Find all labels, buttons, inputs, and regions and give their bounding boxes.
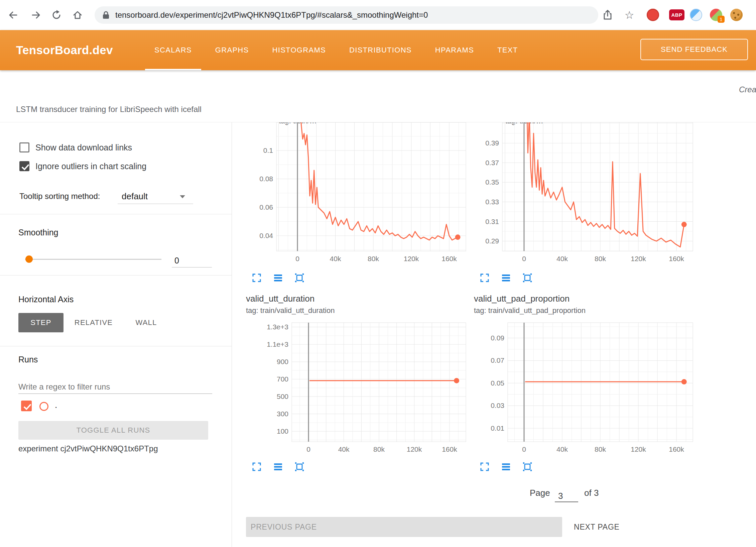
data-table-icon[interactable] [272,272,284,284]
expand-chart-icon[interactable] [479,461,490,472]
svg-text:80k: 80k [595,255,606,262]
svg-text:40k: 40k [556,255,568,262]
svg-text:0.29: 0.29 [485,237,499,245]
abp-extension-icon[interactable]: ABP [669,9,684,20]
chart-title: valid_utt_duration [246,294,314,304]
back-icon [7,9,19,21]
chart-bottom-right-plot[interactable]: 0.010.030.050.070.09040k80k120k160k [474,319,701,456]
home-button[interactable] [68,6,87,24]
svg-text:120k: 120k [407,445,422,453]
bookmark-star-button[interactable]: ☆ [620,6,639,24]
fit-domain-icon[interactable] [522,461,533,472]
data-table-icon[interactable] [500,272,512,284]
next-page-button[interactable]: NEXT PAGE [568,517,625,537]
extension-ball-icon[interactable] [690,9,702,21]
svg-text:0: 0 [295,255,299,262]
svg-text:0.35: 0.35 [485,178,499,186]
svg-text:100: 100 [277,427,288,435]
profile-avatar[interactable]: 1 [710,9,722,21]
svg-text:1.1e+3: 1.1e+3 [267,340,288,348]
axis-step-button[interactable]: STEP [18,313,64,332]
chart-bottom-left-plot[interactable]: 1003005007009001.1e+31.3e+3040k80k120k16… [246,319,473,456]
abp-badge: ABP [669,9,684,20]
forward-button[interactable] [27,6,45,24]
run-checkbox[interactable] [21,401,32,411]
page-of-label: of 3 [584,488,599,498]
experiment-id-label: experiment cj2vtPiwQHKN9Q1tx6PTpg [18,444,158,453]
tooltip-sorting-dropdown[interactable]: default [118,189,193,204]
tooltip-sorting-value: default [122,191,148,202]
url-text: tensorboard.dev/experiment/cj2vtPiwQHKN9… [115,10,428,20]
share-icon [602,9,613,21]
tab-distributions[interactable]: DISTRIBUTIONS [339,30,422,70]
avatar-badge: 1 [718,16,725,23]
adblock-extension-icon[interactable] [647,9,659,21]
smoothing-value-input[interactable]: 0 [172,253,212,267]
ignore-outliers-checkbox[interactable] [19,161,29,171]
blue-circle-icon [690,9,702,21]
share-button[interactable] [598,6,617,24]
refresh-button[interactable] [47,6,66,24]
expand-chart-icon[interactable] [479,272,490,284]
divider [0,214,232,214]
svg-text:0.04: 0.04 [259,232,273,239]
send-feedback-button[interactable]: SEND FEEDBACK [640,39,748,60]
chevron-down-icon [180,195,185,198]
svg-text:0.01: 0.01 [491,424,504,432]
svg-text:40k: 40k [556,445,568,453]
svg-text:120k: 120k [631,255,646,262]
avatar-icon: 1 [710,9,722,21]
expand-chart-icon[interactable] [251,272,262,284]
data-table-icon[interactable] [272,461,284,472]
toggle-all-runs-button[interactable]: TOGGLE ALL RUNS [18,421,208,440]
url-bar[interactable]: tensorboard.dev/experiment/cj2vtPiwQHKN9… [95,6,598,24]
fit-domain-icon[interactable] [294,272,305,284]
fit-domain-icon[interactable] [522,272,533,284]
svg-text:0: 0 [306,445,310,453]
page-number-input[interactable]: 3 [555,487,578,502]
tab-text[interactable]: TEXT [487,30,528,70]
tab-scalars[interactable]: SCALARS [144,30,203,70]
chart-tag: tag: train/valid_utt_pad_proportion [474,306,586,315]
expand-chart-icon[interactable] [251,461,262,472]
cookie-extension-icon[interactable] [730,9,743,21]
svg-text:0.09: 0.09 [491,334,504,342]
chart-toolbar [479,272,533,284]
chart-toolbar [479,461,533,472]
previous-page-button[interactable]: PREVIOUS PAGE [246,517,562,537]
run-color-swatch[interactable] [39,402,48,411]
svg-text:500: 500 [277,393,288,400]
created-text-clipped: Crea [739,85,756,94]
svg-text:80k: 80k [595,445,606,453]
home-icon [72,9,83,21]
divider [0,275,232,276]
svg-text:900: 900 [277,358,288,365]
browser-window: tensorboard.dev/experiment/cj2vtPiwQHKN9… [0,0,756,547]
show-download-links-checkbox[interactable] [19,142,29,152]
data-table-icon[interactable] [500,461,512,472]
back-button[interactable] [4,6,22,24]
smoothing-slider-track[interactable] [25,259,161,260]
tab-histograms[interactable]: HISTOGRAMS [262,30,337,70]
svg-text:160k: 160k [669,255,684,262]
tab-graphs[interactable]: GRAPHS [205,30,260,70]
fit-domain-icon[interactable] [294,461,305,472]
forward-icon [30,9,42,21]
settings-sidebar: Show data download links Ignore outliers… [0,122,232,547]
chart-top-right-plot[interactable]: 0.290.310.330.350.370.39040k80k120k160k [474,122,701,266]
axis-wall-button[interactable]: WALL [129,313,164,332]
svg-text:700: 700 [277,375,288,383]
svg-text:0.37: 0.37 [485,159,499,167]
axis-relative-button[interactable]: RELATIVE [69,313,119,332]
lock-icon [102,10,110,20]
chart-top-left-plot[interactable]: 0.040.060.080.1040k80k120k160k [246,122,473,266]
tensorboard-header: TensorBoard.dev SCALARS GRAPHS HISTOGRAM… [0,30,756,70]
smoothing-slider-thumb[interactable] [25,255,33,263]
svg-text:40k: 40k [330,255,341,262]
svg-text:160k: 160k [669,445,684,453]
chart-toolbar [251,461,305,472]
cookie-icon [730,9,743,21]
tab-hparams[interactable]: HPARAMS [424,30,485,70]
svg-text:160k: 160k [442,255,457,262]
runs-filter-input[interactable] [18,380,212,394]
